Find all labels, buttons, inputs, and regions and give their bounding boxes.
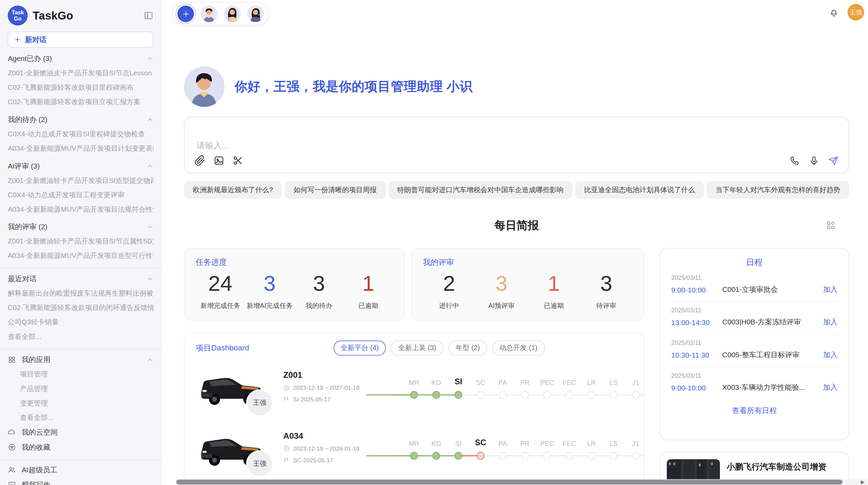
chevron-up-icon[interactable] (147, 223, 153, 230)
dashboard-filter-chip[interactable]: 动总开发 (1) (492, 340, 544, 356)
sidebar-list-item[interactable]: 项目管理 (8, 367, 154, 382)
milestone-pa[interactable]: PA (492, 370, 514, 416)
user-avatar[interactable]: 王强 (847, 4, 864, 21)
chevron-up-icon[interactable] (147, 116, 153, 123)
stat-value: 3 (245, 271, 294, 296)
stats-row: 任务进度 24 新增完成任务 3 新增AI完成任务 3 我的待办 1 已逾期 我… (184, 248, 644, 321)
milestone-mr[interactable]: MR (403, 431, 425, 477)
milestone-ko[interactable]: KO (425, 431, 447, 477)
sidebar-section-header[interactable]: Agent已办 (3) (8, 51, 154, 66)
sidebar-list-item[interactable]: 解释最新出台的欧盟报废车法规再生塑料比例被调至15%... (8, 286, 154, 301)
sidebar-list-item[interactable]: C02-飞腾新能源轻客改款项目立项汇报方案 (8, 95, 154, 109)
sidebar-list-item[interactable]: Z001-全新燃油轻卡产品开发项目SI节点属性5D文件评审 (8, 234, 154, 249)
project-row[interactable]: 王强 A034 2023-12-19 ~ 2026-01-19 SC-2025-… (196, 430, 632, 477)
layout-grid-icon[interactable] (826, 221, 836, 231)
chevron-up-icon[interactable] (147, 275, 153, 282)
milestone-pr[interactable]: PR (514, 370, 536, 416)
sidebar-section-header[interactable]: 我的评审 (2) (8, 219, 154, 234)
milestone-label: FEC (558, 379, 580, 387)
milestone-fec[interactable]: FEC (558, 370, 580, 416)
chat-input[interactable]: 请输入... (197, 141, 229, 151)
sidebar-list-item[interactable]: 变更管理 (8, 396, 154, 410)
project-row[interactable]: 王强 Z001 2023-12-19 ~ 2027-01-19 SI-2025-… (196, 369, 632, 416)
suggestion-chip[interactable]: 欧洲新规最近颁布了什么? (184, 181, 282, 199)
sidebar-list-item[interactable]: Z001-全新燃油皮卡产品开发项目SI节点Lesson Learn报告 (8, 66, 154, 80)
dashboard-filter-chip[interactable]: 年型 (2) (448, 340, 487, 356)
screenshot-scissors-icon[interactable] (232, 155, 243, 166)
suggestion-chip[interactable]: 特朗普可能对进口汽车增税会对中国车企造成哪些影响 (388, 181, 572, 199)
sidebar-list-item[interactable]: 查看全部... (8, 410, 154, 425)
milestone-label: PEC (536, 379, 558, 387)
milestone-mr[interactable]: MR (403, 370, 425, 416)
sidebar-list-item[interactable]: Z001-全新燃油轻卡产品开发项目SI造型提交物评审 (8, 173, 154, 188)
sidebar-link[interactable]: 帮我写作 (8, 477, 154, 485)
stat-value: 3 (475, 271, 528, 296)
sidebar-list-item[interactable]: A034-全新新能源MUV产品开发项目计划变更表编写 (8, 141, 154, 156)
join-meeting-link[interactable]: 加入 (823, 383, 837, 393)
stat: 3 AI预评审 (475, 271, 528, 311)
milestone-ko[interactable]: KO (425, 370, 447, 416)
milestone-ls[interactable]: LS (603, 431, 625, 477)
sidebar-list-item[interactable]: 产品管理 (8, 382, 154, 396)
milestone-dot (521, 452, 529, 460)
insert-image-icon[interactable] (213, 155, 224, 166)
milestone-dot (499, 452, 507, 460)
dashboard-filter-chip[interactable]: 全新平台 (4) (334, 340, 386, 356)
chat-input-card: 请输入... (184, 117, 849, 173)
chevron-up-icon[interactable] (147, 163, 153, 169)
horizontal-scrollbar[interactable]: ▶ (176, 479, 868, 485)
milestone-sc[interactable]: SC (469, 431, 492, 477)
sidebar-link[interactable]: 我的收藏 (8, 440, 154, 455)
chevron-up-icon[interactable] (147, 55, 153, 62)
collapse-sidebar-icon[interactable] (144, 11, 154, 21)
sidebar-section-header[interactable]: 我的待办 (2) (8, 112, 154, 127)
project-truck-image: 王强 (196, 430, 267, 470)
milestone-pr[interactable]: PR (514, 431, 536, 477)
sidebar-section-header[interactable]: 最近对话 (8, 271, 154, 286)
sidebar-section-header[interactable]: AI评审 (3) (8, 158, 154, 173)
milestone-lr[interactable]: LR (580, 370, 603, 416)
voice-call-icon[interactable] (789, 156, 800, 166)
sidebar-list-item[interactable]: C02-飞腾新能源轻客改款项目里程碑画布 (8, 80, 154, 95)
milestone-pa[interactable]: PA (492, 431, 514, 477)
suggestion-chip[interactable]: 比亚迪全固态电池计划具体说了什么 (575, 181, 704, 199)
milestone-pec[interactable]: PEC (536, 370, 558, 416)
milestone-lr[interactable]: LR (580, 431, 603, 477)
suggestion-chip[interactable]: 如何写一份清晰的项目周报 (285, 181, 385, 199)
milestone-ls[interactable]: LS (603, 370, 625, 416)
new-chat-button[interactable]: 新对话 (8, 32, 154, 48)
scrollbar-thumb[interactable] (176, 480, 842, 485)
sidebar-link[interactable]: AI超级员工 (8, 462, 154, 477)
chevron-up-icon[interactable] (147, 356, 153, 363)
milestone-si[interactable]: SI (447, 431, 470, 477)
join-meeting-link[interactable]: 加入 (823, 285, 837, 295)
milestone-dot (410, 391, 418, 399)
scrollbar-right-arrow[interactable]: ▶ (861, 479, 865, 485)
milestone-sc[interactable]: SC (469, 370, 492, 416)
sidebar-list-item[interactable]: C02-飞腾新能源轻客改款项目的闭环通告反馈情况 (8, 301, 154, 315)
milestone-j1[interactable]: J1 (625, 370, 644, 416)
sidebar-list-item[interactable]: C0X4-动力总成开发项目SI里程碑提交物检查 (8, 127, 154, 141)
sidebar-list-item[interactable]: 公司Q3轻卡销量 (8, 315, 154, 329)
sidebar-list-item[interactable]: A034-全新新能源MUV产品开发项目造型可行性评审 (8, 249, 154, 263)
stat-label: 我的待办 (294, 301, 344, 311)
app-logo: Task Go (8, 5, 28, 25)
milestone-dot (632, 452, 640, 460)
milestone-pec[interactable]: PEC (536, 431, 558, 477)
view-all-schedule-link[interactable]: 查看所有日程 (671, 406, 837, 416)
sidebar-list-item[interactable]: 查看全部... (8, 329, 154, 344)
join-meeting-link[interactable]: 加入 (823, 317, 837, 327)
milestone-si[interactable]: SI (447, 370, 470, 416)
sidebar-list-item[interactable]: C0X4-动力总成开发项目工程变更评审 (8, 188, 154, 202)
milestone-fec[interactable]: FEC (558, 431, 580, 477)
suggestion-chip[interactable]: 当下年轻人对汽车外观有怎样的喜好趋势 (707, 181, 849, 199)
send-icon[interactable] (828, 156, 839, 166)
sidebar-link[interactable]: 我的云空间 (8, 425, 154, 440)
sidebar-list-item[interactable]: A034-全新新能源MUV产品开发项目法规符合性评审 (8, 202, 154, 216)
microphone-icon[interactable] (809, 156, 819, 166)
sidebar-item-my-apps[interactable]: 我的应用 (8, 352, 154, 367)
milestone-j1[interactable]: J1 (625, 431, 644, 477)
attach-file-icon[interactable] (195, 155, 206, 166)
join-meeting-link[interactable]: 加入 (823, 350, 837, 360)
dashboard-filter-chip[interactable]: 全新上装 (3) (391, 340, 443, 356)
